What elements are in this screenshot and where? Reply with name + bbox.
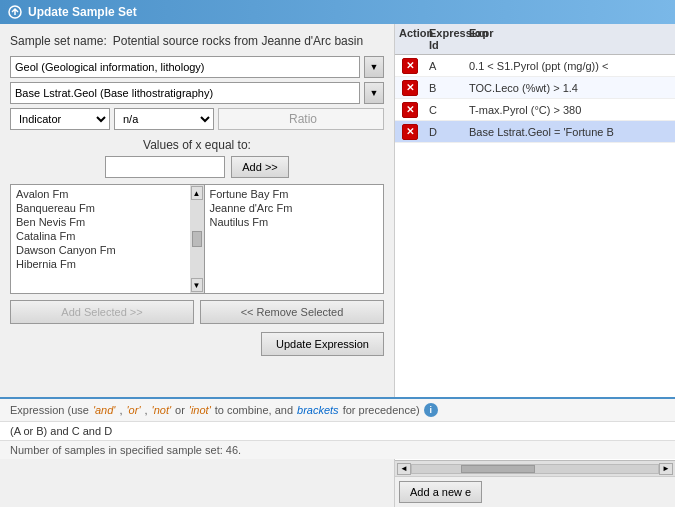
sample-set-label: Sample set name:	[10, 34, 107, 48]
dropdown1-arrow[interactable]: ▼	[364, 56, 384, 78]
expr-bar-text4: for precedence)	[343, 404, 420, 416]
indicator-row: Indicator n/a Ratio	[10, 108, 384, 130]
right-list-item[interactable]: Jeanne d'Arc Fm	[207, 201, 382, 215]
dropdown2-select[interactable]: Base Lstrat.Geol (Base lithostratigraphy…	[10, 82, 360, 104]
expr-result-bar: (A or B) and C and D	[0, 421, 675, 440]
col-expr-header: Expr	[469, 27, 671, 51]
horizontal-scrollbar[interactable]: ◄ ►	[395, 460, 675, 476]
horiz-scroll-right[interactable]: ►	[659, 463, 673, 475]
col-exprid-header: Expression Id	[429, 27, 469, 51]
expr-bar-text3: to combine, and	[215, 404, 293, 416]
dropdown2-arrow[interactable]: ▼	[364, 82, 384, 104]
samples-text: Number of samples in specified sample se…	[10, 444, 241, 456]
expr-result-text: (A or B) and C and D	[10, 425, 112, 437]
sample-set-value: Potential source rocks from Jeanne d'Arc…	[113, 34, 363, 48]
title-bar: Update Sample Set	[0, 0, 675, 24]
row-expr: Base Lstrat.Geol = 'Fortune B	[465, 126, 675, 138]
horiz-scroll-track[interactable]	[411, 464, 659, 474]
remove-selected-button[interactable]: << Remove Selected	[200, 300, 384, 324]
horiz-scroll-left[interactable]: ◄	[397, 463, 411, 475]
right-list-item[interactable]: Nautilus Fm	[207, 215, 382, 229]
delete-row-button[interactable]: ✕	[402, 58, 418, 74]
row-id: D	[425, 126, 465, 138]
dropdown1-select[interactable]: Geol (Geological information, lithology)	[10, 56, 360, 78]
or-keyword: 'or'	[127, 404, 141, 416]
row-expr: 0.1 < S1.Pyrol (ppt (mg/g)) <	[465, 60, 675, 72]
values-lists: Avalon FmBanquereau FmBen Nevis FmCatali…	[10, 184, 384, 294]
not-keyword: 'not'	[152, 404, 172, 416]
left-list-item[interactable]: Hibernia Fm	[13, 257, 188, 271]
expr-bar-text1: Expression (use	[10, 404, 89, 416]
update-expr-row: Update Expression	[10, 332, 384, 356]
table-row[interactable]: ✕BTOC.Leco (%wt) > 1.4	[395, 77, 675, 99]
expr-bar-comma1: ,	[119, 404, 122, 416]
table-row[interactable]: ✕DBase Lstrat.Geol = 'Fortune B	[395, 121, 675, 143]
dropdown2-row: Base Lstrat.Geol (Base lithostratigraphy…	[10, 82, 384, 104]
table-row[interactable]: ✕A0.1 < S1.Pyrol (ppt (mg/g)) <	[395, 55, 675, 77]
scroll-up-arrow[interactable]: ▲	[191, 186, 203, 200]
title-text: Update Sample Set	[28, 5, 137, 19]
row-id: B	[425, 82, 465, 94]
inot-keyword: 'inot'	[189, 404, 211, 416]
row-id: A	[425, 60, 465, 72]
brackets-keyword: brackets	[297, 404, 339, 416]
left-list[interactable]: Avalon FmBanquereau FmBen Nevis FmCatali…	[10, 184, 190, 294]
values-input[interactable]	[105, 156, 225, 178]
add-new-expression-button[interactable]: Add a new e	[399, 481, 482, 503]
add-button[interactable]: Add >>	[231, 156, 288, 178]
row-expr: T-max.Pyrol (°C) > 380	[465, 104, 675, 116]
table-row[interactable]: ✕CT-max.Pyrol (°C) > 380	[395, 99, 675, 121]
right-list[interactable]: Fortune Bay FmJeanne d'Arc FmNautilus Fm	[204, 184, 385, 294]
sample-set-row: Sample set name: Potential source rocks …	[10, 34, 384, 48]
right-list-item[interactable]: Fortune Bay Fm	[207, 187, 382, 201]
dropdown1-row: Geol (Geological information, lithology)…	[10, 56, 384, 78]
col-action-header: Action	[399, 27, 429, 51]
left-list-item[interactable]: Banquereau Fm	[13, 201, 188, 215]
add-new-expr-row: Add a new e	[395, 476, 675, 507]
left-list-item[interactable]: Dawson Canyon Fm	[13, 243, 188, 257]
samples-bar: Number of samples in specified sample se…	[0, 440, 675, 459]
table-header: Action Expression Id Expr	[395, 24, 675, 55]
row-id: C	[425, 104, 465, 116]
expr-bar-text2: or	[175, 404, 185, 416]
left-list-item[interactable]: Ben Nevis Fm	[13, 215, 188, 229]
na-select[interactable]: n/a	[114, 108, 214, 130]
add-selected-button[interactable]: Add Selected >>	[10, 300, 194, 324]
expr-bar-comma2: ,	[144, 404, 147, 416]
scroll-thumb	[192, 231, 202, 247]
update-expression-button[interactable]: Update Expression	[261, 332, 384, 356]
info-icon[interactable]: i	[424, 403, 438, 417]
delete-row-button[interactable]: ✕	[402, 124, 418, 140]
update-icon	[8, 5, 22, 19]
scroll-down-arrow[interactable]: ▼	[191, 278, 203, 292]
values-header: Values of x equal to:	[10, 138, 384, 152]
delete-row-button[interactable]: ✕	[402, 80, 418, 96]
ratio-label: Ratio	[218, 108, 384, 130]
left-list-item[interactable]: Catalina Fm	[13, 229, 188, 243]
and-keyword: 'and'	[93, 404, 116, 416]
left-list-item[interactable]: Avalon Fm	[13, 187, 188, 201]
expression-bar: Expression (use 'and' , 'or' , 'not' or …	[0, 397, 675, 421]
values-input-row: Add >>	[10, 156, 384, 178]
horiz-scroll-thumb	[461, 465, 535, 473]
delete-row-button[interactable]: ✕	[402, 102, 418, 118]
action-buttons-row: Add Selected >> << Remove Selected	[10, 300, 384, 324]
indicator-select[interactable]: Indicator	[10, 108, 110, 130]
row-expr: TOC.Leco (%wt) > 1.4	[465, 82, 675, 94]
